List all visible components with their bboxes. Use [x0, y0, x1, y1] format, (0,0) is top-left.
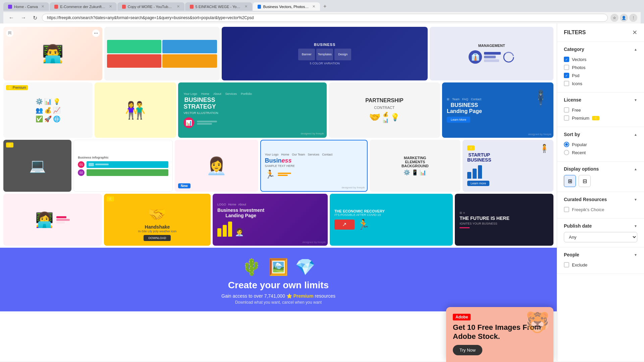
- tile-marketing-elements[interactable]: MARKETINGELEMENTSBACKGROUND ⚙️ 📱 📊: [370, 140, 461, 192]
- filter-item-premium[interactable]: Premium ⭐: [564, 114, 637, 122]
- url-bar[interactable]: https://freepik.com/search?dates=any&for…: [42, 14, 608, 22]
- tab-canva[interactable]: Home - Canva ✕: [3, 2, 49, 11]
- menu-button[interactable]: ⋮: [629, 14, 637, 22]
- license-header[interactable]: License: [564, 97, 637, 103]
- tile-partnership[interactable]: PARTNERSHIP CONTRACT 🤝 💰 📊 💡: [329, 82, 440, 138]
- office-premium-badge: ⭐: [6, 142, 13, 147]
- ad-cta-button[interactable]: Try Now: [453, 345, 482, 355]
- learn-more-btn[interactable]: Learn More: [447, 117, 470, 123]
- psd-label: Psd: [572, 73, 579, 78]
- bookmark-icon[interactable]: [6, 29, 13, 37]
- exclude-checkbox[interactable]: [564, 262, 569, 267]
- startup-learn-more[interactable]: Learn more: [467, 181, 489, 186]
- sort-popular[interactable]: Popular: [564, 140, 637, 148]
- profile-button[interactable]: 👤: [620, 14, 628, 22]
- people-header[interactable]: People: [564, 252, 637, 257]
- tile-economic-recovery[interactable]: THE ECONOMIC RECOVERY IT'S POSSIBLE AFTE…: [330, 194, 453, 246]
- filter-item-vectors[interactable]: Vectors: [564, 55, 637, 63]
- category-chevron: [634, 47, 637, 52]
- sort-header[interactable]: Sort by: [564, 132, 637, 137]
- tile-management[interactable]: MANAGEMENT 👔: [430, 27, 553, 80]
- footer-description: Gain access to over 7,741,000 ⭐ Premium …: [7, 293, 550, 299]
- back-button[interactable]: ←: [7, 14, 16, 21]
- tile-startup-business[interactable]: ⭐ STARTUPBUSINESS Learn more 🧍: [463, 140, 553, 192]
- icon-people: 👥: [36, 107, 43, 114]
- arrow-up: ↗: [334, 220, 355, 230]
- filter-item-psd[interactable]: Psd: [564, 71, 637, 79]
- handshake-3d-icon: 🤝: [148, 205, 166, 223]
- filters-header: FILTERS ✕: [557, 23, 644, 42]
- tab-ecommerce[interactable]: E-Commerce der Zukunft - ... ✕: [50, 2, 117, 11]
- filter-section-license: License Free Premium ⭐: [557, 93, 644, 127]
- icons-checkbox[interactable]: [564, 81, 569, 86]
- future-title: THE FUTURE IS HERE: [460, 216, 509, 221]
- display-header[interactable]: Display options: [564, 166, 637, 172]
- refresh-button[interactable]: ↻: [31, 14, 39, 22]
- new-tab-button[interactable]: +: [321, 2, 329, 11]
- tile-people-team[interactable]: 👫: [95, 82, 176, 138]
- tab-freepik[interactable]: Business Vectors, Photos and... ✕: [253, 2, 320, 11]
- filter-item-photos[interactable]: Photos: [564, 63, 637, 71]
- grid-row-2: ⚙️ 📊 💡 👥 💰 📈 ✅ 🚀 🌐 ⭐ Premium: [0, 82, 557, 138]
- chart-bar-1: [484, 52, 501, 55]
- premium-checkbox[interactable]: [564, 115, 569, 121]
- close-filters-button[interactable]: ✕: [632, 29, 637, 36]
- tile-future-here[interactable]: ⊞ ≡ THE FUTURE IS HERE IGNITES YOUR BUSI…: [455, 194, 553, 246]
- recovery-title: THE ECONOMIC RECOVERY: [334, 209, 385, 213]
- tile-banner-templates[interactable]: Business Banner Templates Design 5 COLOR…: [222, 27, 428, 80]
- sort-recent[interactable]: Recent: [564, 148, 637, 157]
- tile-business-web[interactable]: Your LogoHomeOur TeamServicesContact Bus…: [260, 140, 368, 192]
- grid-row-4: 👩‍💻 ⭐ 🤝 Handshake In-Site Lily poly: [0, 194, 557, 246]
- filter-item-free[interactable]: Free: [564, 106, 637, 114]
- marketing-icon-1: ⚙️: [404, 169, 410, 176]
- tile-business-woman[interactable]: 👩‍💼 New: [175, 140, 258, 192]
- freepik-choice-checkbox[interactable]: [564, 207, 569, 212]
- tab-youtube[interactable]: 5 EINFACHE WEGE - YouTube ✕: [185, 2, 252, 11]
- freepiks-choice-item[interactable]: Freepik's Choice: [564, 205, 637, 214]
- recent-radio[interactable]: [564, 150, 569, 155]
- tile-business-icons[interactable]: ⚙️ 📊 💡 👥 💰 📈 ✅ 🚀 🌐 ⭐ Premium: [3, 82, 93, 138]
- tile-landing-blue[interactable]: ⊞TeamFAQContact BUSINESSLanding Page Lea…: [442, 82, 553, 138]
- vectors-checkbox[interactable]: [564, 57, 569, 62]
- tile-business-investment[interactable]: LOGOHomeAbout Business InvestmentLanding…: [213, 194, 328, 246]
- photos-checkbox[interactable]: [564, 65, 569, 70]
- free-checkbox[interactable]: [564, 107, 569, 113]
- publish-date-select[interactable]: Any Today This week This month This year: [564, 232, 637, 242]
- filter-item-icons[interactable]: Icons: [564, 79, 637, 87]
- tile-man-laptop[interactable]: 👨‍💻 ⋯: [3, 27, 102, 80]
- tile-woman-chart[interactable]: 👩‍💻: [3, 194, 102, 246]
- tile-business-strategy[interactable]: Your LogoHomeAboutServicesPortfolio BUSI…: [178, 82, 327, 138]
- infographic-label: Business Infographic: [78, 156, 109, 159]
- tile-handshake-3d[interactable]: ⭐ 🤝 Handshake In-Site Lily poly weather …: [104, 194, 211, 246]
- category-header[interactable]: Category: [564, 47, 637, 52]
- tab-more[interactable]: Copy of MORE - YouTube Th... ✕: [117, 2, 184, 11]
- footer-decorations: 🌵 🖼️ 💎: [7, 258, 550, 277]
- tile-sublabel: 5 COLOR VARIATION: [310, 62, 340, 65]
- recovery-sub: IT'S POSSIBLE AFTER COVID-19: [334, 213, 381, 217]
- filter-section-date: Publish date Any Today This week This mo…: [557, 219, 644, 247]
- popular-radio[interactable]: [564, 142, 569, 147]
- tile-infographic[interactable]: Business Infographic 01 02: [73, 140, 173, 192]
- premium-badge: ⭐ Premium: [6, 85, 28, 90]
- management-title: MANAGEMENT: [478, 44, 505, 48]
- tile-office-photo[interactable]: 💻 ⭐: [3, 140, 71, 192]
- grid-view-button[interactable]: ⊞: [564, 175, 576, 187]
- date-header[interactable]: Publish date: [564, 223, 637, 229]
- download-btn[interactable]: DOWNLOAD: [144, 235, 171, 241]
- nav-links: Your LogoHomeAboutServicesPortfolio: [183, 92, 252, 96]
- curated-header[interactable]: Curated Resources: [564, 197, 637, 202]
- tile-templates[interactable]: [104, 27, 220, 80]
- people-exclude-item[interactable]: Exclude: [564, 261, 637, 269]
- marketing-icon-2: 📱: [412, 169, 418, 176]
- startup-title: STARTUPBUSINESS: [467, 153, 491, 163]
- license-chevron: [634, 98, 637, 102]
- list-view-button[interactable]: ⊟: [579, 175, 591, 187]
- psd-checkbox[interactable]: [564, 73, 569, 78]
- forward-button[interactable]: →: [19, 14, 28, 21]
- invest-bar-1: [217, 228, 221, 237]
- more-icon[interactable]: ⋯: [92, 29, 100, 37]
- sample-text: SAMPLE TEXT HERE: [265, 164, 295, 168]
- footer-icon-1: 🌵: [241, 258, 262, 277]
- extensions-button[interactable]: ☆: [610, 14, 619, 22]
- category-title: Category: [564, 47, 584, 52]
